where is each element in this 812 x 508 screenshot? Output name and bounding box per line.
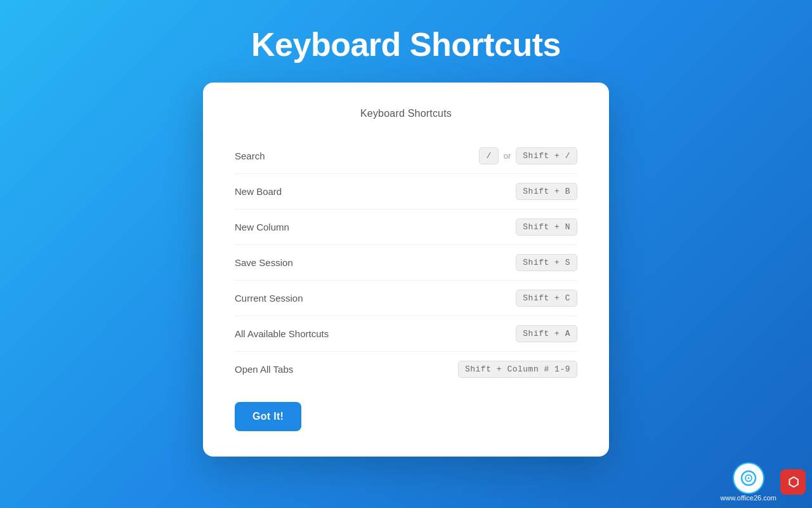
- shortcut-label-all-shortcuts: All Available Shortcuts: [235, 328, 329, 339]
- shortcut-row-new-board: New Board Shift + B: [235, 174, 577, 210]
- watermark-url: www.office26.com: [721, 494, 776, 502]
- shortcut-keys-all-shortcuts: Shift + A: [516, 325, 577, 342]
- shortcut-row-all-shortcuts: All Available Shortcuts Shift + A: [235, 316, 577, 352]
- or-text-search: or: [504, 151, 511, 161]
- shortcut-label-new-board: New Board: [235, 186, 282, 197]
- svg-point-2: [747, 478, 749, 479]
- shortcut-label-save-session: Save Session: [235, 257, 293, 268]
- key-badge-shift-s: Shift + S: [516, 254, 577, 271]
- shortcut-keys-save-session: Shift + S: [516, 254, 577, 271]
- shortcut-keys-current-session: Shift + C: [516, 290, 577, 307]
- got-it-button[interactable]: Got It!: [235, 402, 301, 431]
- page-title: Keyboard Shortcuts: [251, 25, 561, 64]
- shortcut-keys-new-column: Shift + N: [516, 218, 577, 236]
- watermark-icon: [733, 462, 764, 494]
- shortcut-row-current-session: Current Session Shift + C: [235, 281, 577, 316]
- shortcut-keys-open-all-tabs: Shift + Column # 1-9: [458, 361, 577, 378]
- key-badge-shift-b: Shift + B: [516, 183, 577, 200]
- shortcut-row-new-column: New Column Shift + N: [235, 210, 577, 245]
- shortcut-row-open-all-tabs: Open All Tabs Shift + Column # 1-9: [235, 352, 577, 387]
- watermark: www.office26.com ⬡: [721, 462, 806, 502]
- shortcuts-modal: Keyboard Shortcuts Search / or Shift + /…: [203, 83, 609, 457]
- shortcut-keys-new-board: Shift + B: [516, 183, 577, 200]
- key-badge-slash: /: [479, 147, 498, 164]
- shortcut-label-open-all-tabs: Open All Tabs: [235, 364, 293, 375]
- key-badge-shift-slash: Shift + /: [516, 147, 577, 164]
- shortcut-row-save-session: Save Session Shift + S: [235, 245, 577, 281]
- key-badge-shift-c: Shift + C: [516, 290, 577, 307]
- key-badge-shift-n: Shift + N: [516, 218, 577, 236]
- shortcut-row-search: Search / or Shift + /: [235, 138, 577, 174]
- shortcut-label-new-column: New Column: [235, 222, 289, 232]
- key-badge-shift-a: Shift + A: [516, 325, 577, 342]
- shortcut-label-current-session: Current Session: [235, 293, 303, 304]
- shortcut-label-search: Search: [235, 150, 265, 161]
- modal-title: Keyboard Shortcuts: [235, 108, 577, 119]
- key-badge-shift-column: Shift + Column # 1-9: [458, 361, 577, 378]
- office-icon: ⬡: [780, 469, 806, 495]
- shortcut-keys-search: / or Shift + /: [479, 147, 577, 164]
